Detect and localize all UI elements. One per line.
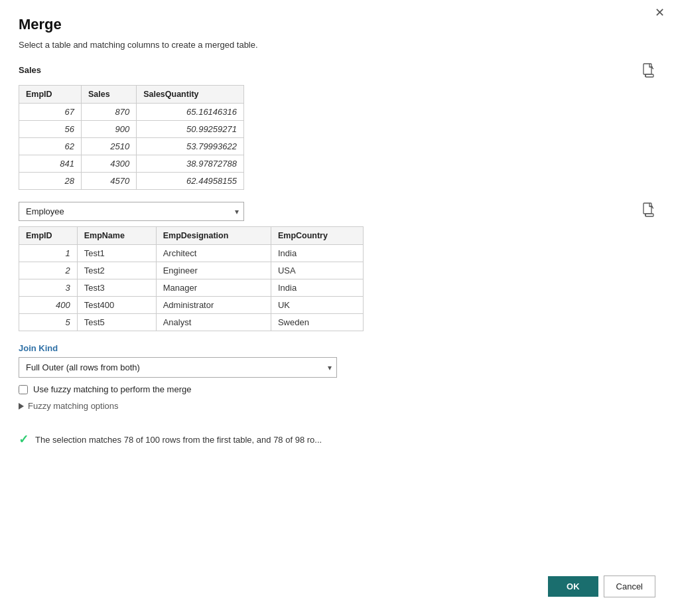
table-row[interactable]: 5 Test5 Analyst Sweden — [19, 314, 364, 331]
emp-country-cell: Sweden — [271, 314, 363, 331]
sales-empid-cell: 62 — [19, 138, 82, 155]
emp-designation-cell: Architect — [156, 245, 271, 262]
table-row[interactable]: 400 Test400 Administrator UK — [19, 297, 364, 314]
emp-empid-cell: 400 — [19, 297, 78, 314]
status-bar: ✓ The selection matches 78 of 100 rows f… — [19, 423, 655, 447]
join-kind-dropdown[interactable]: Left Outer (all from first, matching fro… — [19, 357, 337, 378]
sales-sales-cell: 900 — [81, 121, 136, 138]
table-row[interactable]: 1 Test1 Architect India — [19, 245, 364, 262]
svg-rect-3 — [643, 203, 651, 214]
emp-name-cell: Test2 — [77, 262, 156, 279]
close-button[interactable]: ✕ — [655, 7, 665, 19]
fuzzy-options-label: Fuzzy matching options — [28, 401, 119, 411]
emp-designation-cell: Manager — [156, 279, 271, 297]
sales-sales-cell: 870 — [81, 104, 136, 121]
join-kind-label: Join Kind — [19, 343, 655, 353]
sales-quantity-cell: 50.99259271 — [137, 121, 244, 138]
emp-designation-cell: Engineer — [156, 262, 271, 279]
emp-country-cell: India — [271, 245, 363, 262]
status-text: The selection matches 78 of 100 rows fro… — [35, 435, 655, 445]
sales-table-icon[interactable] — [642, 63, 655, 81]
sales-table-label: Sales — [19, 65, 41, 75]
emp-name-cell: Test3 — [77, 279, 156, 297]
emp-col-name[interactable]: EmpName — [77, 227, 156, 245]
svg-rect-0 — [643, 64, 651, 74]
sales-table: EmpID Sales SalesQuantity 67 870 65.1614… — [19, 85, 244, 190]
table-row[interactable]: 3 Test3 Manager India — [19, 279, 364, 297]
emp-country-cell: India — [271, 279, 363, 297]
sales-quantity-cell: 65.16146316 — [137, 104, 244, 121]
svg-rect-4 — [645, 214, 653, 216]
sales-col-empid[interactable]: EmpID — [19, 86, 82, 104]
dialog-subtitle: Select a table and matching columns to c… — [19, 40, 655, 50]
emp-name-cell: Test1 — [77, 245, 156, 262]
emp-country-cell: USA — [271, 262, 363, 279]
emp-empid-cell: 2 — [19, 262, 78, 279]
svg-rect-1 — [645, 74, 653, 77]
sales-empid-cell: 56 — [19, 121, 82, 138]
sales-col-sales[interactable]: Sales — [81, 86, 136, 104]
table-row[interactable]: 56 900 50.99259271 — [19, 121, 244, 138]
emp-empid-cell: 1 — [19, 245, 78, 262]
fuzzy-matching-checkbox[interactable] — [19, 385, 28, 394]
sales-quantity-cell: 53.79993622 — [137, 138, 244, 155]
table-row[interactable]: 62 2510 53.79993622 — [19, 138, 244, 155]
emp-col-country[interactable]: EmpCountry — [271, 227, 363, 245]
emp-empid-cell: 3 — [19, 279, 78, 297]
emp-name-cell: Test5 — [77, 314, 156, 331]
employee-table-icon[interactable] — [642, 202, 655, 220]
sales-sales-cell: 4300 — [81, 155, 136, 173]
emp-empid-cell: 5 — [19, 314, 78, 331]
fuzzy-matching-options-toggle[interactable]: Fuzzy matching options — [19, 401, 655, 411]
ok-button[interactable]: OK — [548, 576, 598, 597]
cancel-button[interactable]: Cancel — [604, 576, 655, 597]
sales-empid-cell: 28 — [19, 173, 82, 190]
expand-icon — [19, 403, 24, 410]
emp-name-cell: Test400 — [77, 297, 156, 314]
table-row[interactable]: 2 Test2 Engineer USA — [19, 262, 364, 279]
table-row[interactable]: 28 4570 62.44958155 — [19, 173, 244, 190]
emp-col-designation[interactable]: EmpDesignation — [156, 227, 271, 245]
sales-quantity-cell: 62.44958155 — [137, 173, 244, 190]
sales-sales-cell: 2510 — [81, 138, 136, 155]
employee-table-dropdown[interactable]: EmployeeSales — [19, 202, 244, 221]
table-row[interactable]: 67 870 65.16146316 — [19, 104, 244, 121]
sales-col-quantity[interactable]: SalesQuantity — [137, 86, 244, 104]
sales-empid-cell: 841 — [19, 155, 82, 173]
sales-sales-cell: 4570 — [81, 173, 136, 190]
emp-country-cell: UK — [271, 297, 363, 314]
emp-col-empid[interactable]: EmpID — [19, 227, 78, 245]
employee-table: EmpID EmpName EmpDesignation EmpCountry … — [19, 226, 364, 331]
emp-designation-cell: Analyst — [156, 314, 271, 331]
sales-quantity-cell: 38.97872788 — [137, 155, 244, 173]
status-checkmark-icon: ✓ — [19, 432, 29, 447]
emp-designation-cell: Administrator — [156, 297, 271, 314]
table-row[interactable]: 841 4300 38.97872788 — [19, 155, 244, 173]
sales-empid-cell: 67 — [19, 104, 82, 121]
fuzzy-matching-label: Use fuzzy matching to perform the merge — [33, 384, 191, 394]
dialog-title: Merge — [19, 16, 655, 33]
